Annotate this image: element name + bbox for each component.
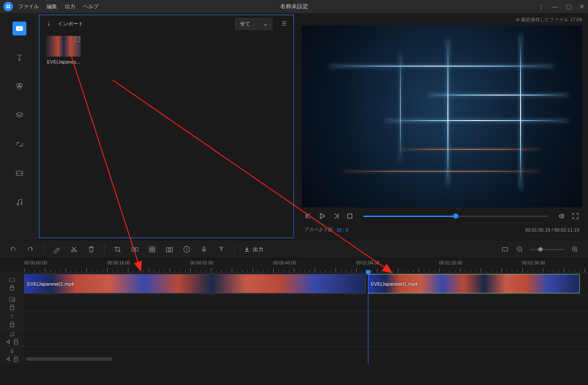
app-logo bbox=[3, 2, 13, 11]
track-head-video[interactable] bbox=[0, 273, 24, 294]
svg-point-18 bbox=[168, 248, 171, 251]
svg-rect-28 bbox=[10, 306, 14, 309]
voice-tool[interactable] bbox=[200, 245, 208, 254]
export-label: 出力 bbox=[253, 246, 263, 253]
stop-button[interactable] bbox=[346, 212, 354, 220]
ruler-mark: 00:00:48.00 bbox=[273, 261, 296, 265]
svg-point-7 bbox=[21, 173, 22, 174]
close-button[interactable]: ✕ bbox=[579, 3, 585, 10]
filter-dropdown[interactable]: 全て ⌄ bbox=[235, 18, 272, 30]
delete-button[interactable] bbox=[87, 245, 96, 254]
play-button[interactable] bbox=[318, 212, 326, 220]
svg-rect-31 bbox=[11, 349, 13, 352]
clip-label: EVE(Japanese)1.mp4 bbox=[27, 281, 74, 286]
text-track bbox=[0, 312, 588, 329]
track-head-voice[interactable] bbox=[0, 347, 24, 363]
fit-button[interactable] bbox=[501, 245, 509, 254]
sidebar-filter[interactable] bbox=[13, 80, 26, 93]
svg-point-10 bbox=[75, 250, 77, 252]
aspect-value[interactable]: 16 : 9 bbox=[336, 227, 348, 232]
timeline-ruler[interactable]: 00:00:00.00 00:00:16.00 00:00:32.00 00:0… bbox=[0, 259, 588, 273]
fullscreen-button[interactable] bbox=[572, 212, 579, 220]
edit-tool[interactable] bbox=[52, 245, 61, 254]
clip[interactable]: EVE(Japanese)1.mp4 bbox=[368, 274, 580, 293]
audio-track bbox=[0, 329, 588, 346]
ruler-mark: 00:00:32.00 bbox=[190, 261, 213, 265]
import-icon[interactable]: ⭳ bbox=[46, 21, 51, 27]
media-panel: ⭳ インボート 全て ⌄ ☰ EVE(Japanes... bbox=[39, 15, 294, 238]
crop-tool[interactable] bbox=[113, 245, 122, 254]
split-tool[interactable] bbox=[131, 245, 139, 254]
ruler-mark: 00:00:16.00 bbox=[107, 261, 130, 265]
preview-video[interactable] bbox=[302, 25, 582, 207]
svg-point-0 bbox=[7, 6, 9, 7]
filter-value: 全て bbox=[240, 20, 250, 28]
svg-rect-25 bbox=[10, 287, 14, 290]
view-list-icon[interactable]: ☰ bbox=[282, 21, 287, 27]
ruler-mark: 00:01:20.00 bbox=[439, 261, 462, 265]
snapshot-tool[interactable] bbox=[165, 245, 174, 254]
cut-tool[interactable] bbox=[70, 245, 78, 254]
track-head-pip[interactable] bbox=[0, 295, 24, 312]
text-tool[interactable] bbox=[217, 245, 226, 254]
svg-rect-11 bbox=[132, 248, 134, 251]
svg-rect-24 bbox=[10, 278, 15, 282]
zoom-out-button[interactable] bbox=[515, 245, 524, 254]
sidebar-element[interactable] bbox=[13, 166, 26, 180]
next-frame-button[interactable] bbox=[332, 212, 340, 220]
redo-button[interactable] bbox=[26, 245, 35, 254]
zoom-slider[interactable] bbox=[530, 249, 565, 250]
svg-rect-13 bbox=[150, 247, 152, 249]
preview-panel: ⊘ 最近保存したファイル 17:09 bbox=[296, 13, 588, 240]
timeline-toolbar: 出力 bbox=[0, 240, 588, 259]
timecode: 00:01:05.19 / 00:02:11.18 bbox=[525, 227, 579, 232]
playhead[interactable] bbox=[368, 273, 368, 363]
zoom-in-button[interactable] bbox=[571, 245, 579, 254]
sidebar-overlay[interactable] bbox=[13, 108, 26, 122]
svg-point-6 bbox=[17, 173, 18, 174]
sidebar-audio[interactable] bbox=[13, 195, 26, 209]
titlebar: ファイル 編集 出力 ヘルプ 名称未設定 ⋮ — ▢ ✕ bbox=[0, 0, 588, 13]
svg-rect-15 bbox=[150, 250, 152, 252]
more-icon[interactable]: ⋮ bbox=[538, 3, 544, 10]
menu-output[interactable]: 出力 bbox=[65, 3, 75, 10]
svg-point-3 bbox=[19, 83, 22, 87]
import-button[interactable]: インボート bbox=[58, 20, 83, 28]
chevron-down-icon: ⌄ bbox=[263, 21, 268, 27]
prev-frame-button[interactable] bbox=[304, 212, 312, 220]
volume-button[interactable] bbox=[558, 212, 566, 220]
svg-rect-32 bbox=[14, 358, 17, 361]
sidebar-transition[interactable] bbox=[13, 137, 26, 151]
speed-tool[interactable] bbox=[182, 245, 191, 254]
ruler-mark: 00:01:36.00 bbox=[522, 261, 545, 265]
undo-button[interactable] bbox=[9, 245, 17, 254]
svg-rect-12 bbox=[135, 248, 138, 251]
track-head-text[interactable] bbox=[0, 312, 24, 329]
export-button[interactable]: 出力 bbox=[243, 246, 263, 253]
track-head-audio[interactable] bbox=[0, 329, 24, 346]
svg-point-2 bbox=[16, 83, 20, 87]
svg-rect-21 bbox=[502, 248, 508, 251]
menu-file[interactable]: ファイル bbox=[18, 3, 39, 10]
sidebar-media[interactable] bbox=[13, 22, 26, 35]
sidebar-text[interactable] bbox=[13, 51, 26, 64]
video-track: EVE(Japanese)1.mp4 EVE(Japanese)1.mp4 bbox=[0, 273, 588, 294]
menu-help[interactable]: ヘルプ bbox=[83, 3, 99, 10]
main-menu: ファイル 編集 出力 ヘルプ bbox=[18, 3, 99, 10]
media-item[interactable]: EVE(Japanes... bbox=[46, 36, 81, 64]
mosaic-tool[interactable] bbox=[148, 245, 157, 254]
svg-point-4 bbox=[18, 86, 21, 89]
preview-progress[interactable] bbox=[363, 216, 548, 217]
minimize-button[interactable]: — bbox=[552, 3, 558, 10]
clip-label: EVE(Japanese)1.mp4 bbox=[371, 281, 418, 286]
svg-rect-20 bbox=[203, 247, 205, 250]
menu-edit[interactable]: 編集 bbox=[47, 3, 57, 10]
pip-track bbox=[0, 294, 588, 312]
timeline-scrollbar[interactable] bbox=[26, 357, 112, 361]
maximize-button[interactable]: ▢ bbox=[566, 3, 572, 10]
clip[interactable]: EVE(Japanese)1.mp4 bbox=[24, 274, 366, 293]
aspect-label: アスペクト比 bbox=[304, 226, 333, 233]
ruler-mark: 00:00:00.00 bbox=[24, 261, 47, 265]
svg-rect-16 bbox=[153, 250, 155, 252]
svg-rect-27 bbox=[12, 299, 14, 301]
